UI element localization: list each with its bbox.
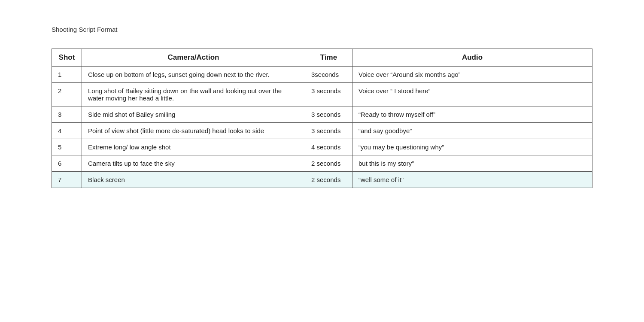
header-audio: Audio [352,49,592,67]
cell-time: 4 seconds [305,139,352,155]
cell-time: 2 seconds [305,155,352,172]
cell-camera: Camera tilts up to face the sky [82,155,305,172]
table-row: 2Long shot of Bailey sitting down on the… [52,83,592,106]
cell-camera: Close up on bottom of legs, sunset going… [82,67,305,83]
cell-camera: Black screen [82,172,305,188]
cell-shot: 2 [52,83,82,106]
table-row: 6Camera tilts up to face the sky2 second… [52,155,592,172]
table-row: 3Side mid shot of Bailey smiling3 second… [52,106,592,123]
cell-audio: “you may be questioning why” [352,139,592,155]
cell-shot: 1 [52,67,82,83]
cell-shot: 7 [52,172,82,188]
cell-camera: Long shot of Bailey sitting down on the … [82,83,305,106]
cell-audio: “Ready to throw myself off” [352,106,592,123]
cell-camera: Extreme long/ low angle shot [82,139,305,155]
cell-time: 3 seconds [305,83,352,106]
cell-shot: 5 [52,139,82,155]
cell-camera: Side mid shot of Bailey smiling [82,106,305,123]
cell-shot: 4 [52,123,82,139]
table-row: 4Point of view shot (little more de-satu… [52,123,592,139]
cell-time: 2 seconds [305,172,352,188]
table-row: 5Extreme long/ low angle shot4 seconds“y… [52,139,592,155]
cell-audio: but this is my story” [352,155,592,172]
cell-audio: “well some of it” [352,172,592,188]
table-row: 7Black screen2 seconds“well some of it” [52,172,592,188]
header-camera: Camera/Action [82,49,305,67]
cell-shot: 3 [52,106,82,123]
header-shot: Shot [52,49,82,67]
table-row: 1Close up on bottom of legs, sunset goin… [52,67,592,83]
cell-shot: 6 [52,155,82,172]
page-title: Shooting Script Format [52,26,592,33]
cell-time: 3 seconds [305,123,352,139]
header-time: Time [305,49,352,67]
table-header-row: Shot Camera/Action Time Audio [52,49,592,67]
cell-audio: “and say goodbye” [352,123,592,139]
cell-time: 3 seconds [305,106,352,123]
cell-camera: Point of view shot (little more de-satur… [82,123,305,139]
cell-time: 3seconds [305,67,352,83]
cell-audio: Voice over “Around six months ago” [352,67,592,83]
shooting-script-table: Shot Camera/Action Time Audio 1Close up … [52,49,592,188]
cell-audio: Voice over “ I stood here” [352,83,592,106]
